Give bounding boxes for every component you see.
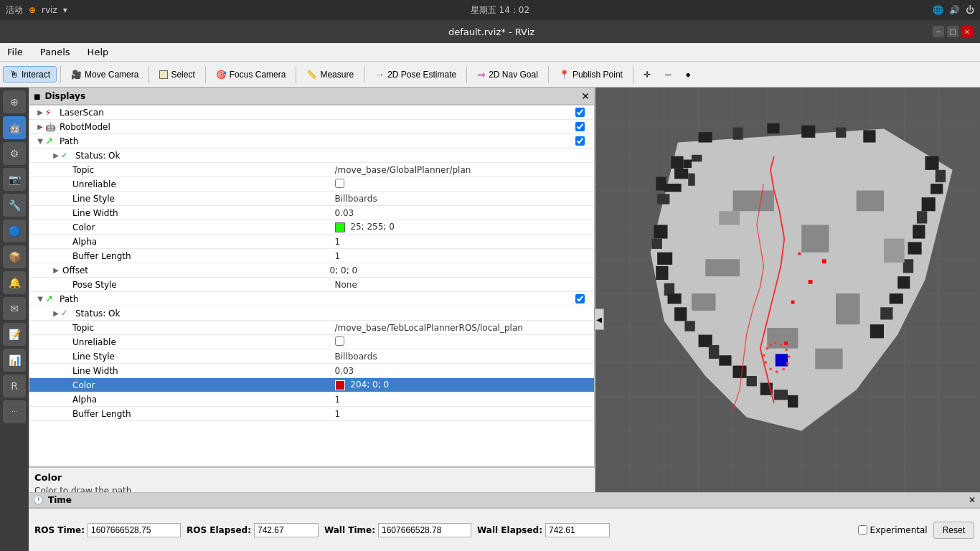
path1-linestyle-row[interactable]: Line Style Billboards — [29, 192, 594, 206]
menu-panels[interactable]: Panels — [36, 45, 75, 59]
focus-camera-icon: 🎯 — [216, 70, 227, 80]
pose-estimate-label: 2D Pose Estimate — [387, 70, 456, 80]
publish-point-icon: 📍 — [559, 70, 570, 80]
robotmodel-row[interactable]: ▶ 🤖 RobotModel — [29, 120, 594, 134]
path1-checkbox[interactable] — [575, 136, 585, 146]
path2-color-row[interactable]: Color 204; 0; 0 — [29, 378, 594, 392]
sidebar-icon-2[interactable]: 🤖 — [3, 116, 26, 139]
sidebar-icon-3[interactable]: ⚙ — [3, 142, 26, 165]
sidebar-icon-10[interactable]: 📝 — [3, 323, 26, 346]
path1-color-value: 25; 255; 0 — [332, 222, 595, 232]
robotmodel-expand[interactable]: ▶ — [35, 123, 45, 131]
extra-btn-1[interactable]: ✛ — [637, 67, 657, 83]
path2-check[interactable] — [565, 294, 594, 303]
path1-buffer-row[interactable]: Buffer Length 1 — [29, 249, 594, 263]
extra-btn-2[interactable]: ─ — [659, 67, 678, 83]
move-camera-button[interactable]: 🎥 Move Camera — [65, 67, 145, 83]
displays-tree[interactable]: ▶ ⚡ LaserScan ▶ 🤖 RobotMode — [29, 105, 595, 467]
reset-button[interactable]: Reset — [933, 522, 974, 539]
path1-expand[interactable]: ▼ — [35, 137, 45, 145]
measure-button[interactable]: 📏 Measure — [300, 67, 360, 83]
path1-color-row[interactable]: Color 25; 255; 0 — [29, 220, 594, 235]
path1-posestyle-row[interactable]: Pose Style None — [29, 278, 594, 292]
path2-topic-row[interactable]: Topic /move_base/TebLocalPlannerROS/loca… — [29, 321, 594, 335]
path2-linewidth-row[interactable]: Line Width 0.03 — [29, 364, 594, 378]
wall-time-input[interactable] — [378, 523, 471, 537]
svg-rect-28 — [664, 184, 682, 192]
laserscan-row[interactable]: ▶ ⚡ LaserScan — [29, 105, 594, 120]
3d-view[interactable]: https://blog.csdn.net/weixin_4259... 31 … — [595, 88, 980, 551]
system-bar-center: 星期五 14：02 — [471, 4, 529, 17]
close-button[interactable]: ✕ — [961, 26, 973, 37]
toolbar-sep-8 — [633, 66, 633, 83]
sidebar-icon-8[interactable]: 🔔 — [3, 271, 26, 294]
path1-linewidth-row[interactable]: Line Width 0.03 — [29, 206, 594, 220]
maximize-button[interactable]: □ — [947, 26, 958, 37]
svg-rect-71 — [857, 191, 884, 212]
path1-alpha-row[interactable]: Alpha 1 — [29, 235, 594, 249]
laserscan-check[interactable] — [565, 108, 594, 117]
wall-elapsed-input[interactable] — [545, 523, 610, 537]
toolbar-sep-6 — [466, 66, 467, 83]
path1-status-expand[interactable]: ▶ — [51, 151, 61, 159]
path2-unreliable-checkbox[interactable] — [335, 336, 344, 346]
path2-buffer-row[interactable]: Buffer Length 1 — [29, 407, 594, 421]
robotmodel-checkbox[interactable] — [575, 122, 585, 131]
menu-help[interactable]: Help — [83, 45, 113, 59]
ros-time-input[interactable] — [88, 523, 181, 537]
laserscan-expand[interactable]: ▶ — [35, 108, 45, 116]
panel-divider-arrow[interactable]: ◀ — [594, 309, 604, 330]
path1-status-row[interactable]: ▶ ✓ Status: Ok — [29, 149, 594, 163]
interact-button[interactable]: 🖱 Interact — [3, 66, 57, 83]
path1-row[interactable]: ▼ ↗ Path — [29, 134, 594, 149]
sidebar-icon-4[interactable]: 📷 — [3, 168, 26, 191]
path1-label: Path — [58, 136, 565, 146]
path2-unreliable-value[interactable] — [332, 336, 595, 348]
path1-topic-row[interactable]: Topic /move_base/GlobalPlanner/plan — [29, 163, 594, 177]
focus-camera-button[interactable]: 🎯 Focus Camera — [209, 67, 293, 83]
svg-rect-47 — [925, 156, 938, 170]
sidebar-icon-7[interactable]: 📦 — [3, 245, 26, 268]
system-bar-left: 活动 ⊕ rviz ▾ — [6, 4, 67, 17]
path1-unreliable-value[interactable] — [332, 179, 595, 190]
path2-expand[interactable]: ▼ — [35, 295, 45, 303]
displays-close-button[interactable]: ✕ — [581, 90, 590, 102]
pose-estimate-button[interactable]: → 2D Pose Estimate — [368, 66, 463, 83]
path1-check[interactable] — [565, 136, 594, 146]
path2-linestyle-row[interactable]: Line Style Billboards — [29, 349, 594, 364]
path2-status-expand[interactable]: ▶ — [51, 309, 61, 317]
path2-buffer-value: 1 — [332, 409, 595, 419]
activities-label[interactable]: 活动 — [6, 4, 23, 17]
sidebar-icon-11[interactable]: 📊 — [3, 349, 26, 372]
path1-offset-row[interactable]: ▶ Offset 0; 0; 0 — [29, 263, 594, 278]
publish-point-button[interactable]: 📍 Publish Point — [552, 67, 629, 83]
svg-point-89 — [786, 362, 789, 365]
path1-color-label: Color — [71, 222, 332, 232]
menu-file[interactable]: File — [3, 45, 27, 59]
extra-btn-3[interactable]: ● — [679, 67, 697, 83]
path2-alpha-row[interactable]: Alpha 1 — [29, 392, 594, 407]
sidebar-icon-5[interactable]: 🔧 — [3, 194, 26, 217]
time-close-button[interactable]: ✕ — [969, 495, 976, 505]
ros-elapsed-input[interactable] — [254, 523, 319, 537]
path2-status-row[interactable]: ▶ ✓ Status: Ok — [29, 306, 594, 321]
nav-goal-button[interactable]: ⇒ 2D Nav Goal — [471, 66, 545, 83]
laserscan-checkbox[interactable] — [575, 108, 585, 117]
select-button[interactable]: Select — [153, 67, 201, 83]
rviz-sidebar-icon[interactable]: R — [3, 375, 26, 397]
path1-unreliable-row[interactable]: Unreliable — [29, 177, 594, 192]
path1-offset-expand[interactable]: ▶ — [51, 266, 61, 274]
sidebar-icon-9[interactable]: ✉ — [3, 297, 26, 320]
path2-checkbox[interactable] — [575, 294, 585, 303]
app-name[interactable]: rviz — [42, 5, 57, 15]
path2-unreliable-row[interactable]: Unreliable — [29, 335, 594, 349]
minimize-button[interactable]: ─ — [933, 26, 944, 37]
robotmodel-check[interactable] — [565, 122, 594, 131]
sidebar-icon-dots[interactable]: ··· — [3, 400, 26, 423]
sidebar-icon-1[interactable]: ⊕ — [3, 90, 26, 113]
path1-unreliable-checkbox[interactable] — [335, 179, 344, 188]
app-dropdown-icon[interactable]: ▾ — [63, 5, 67, 15]
experimental-checkbox[interactable] — [858, 525, 867, 534]
path2-row[interactable]: ▼ ↗ Path — [29, 292, 594, 306]
sidebar-icon-6[interactable]: 🔵 — [3, 220, 26, 242]
